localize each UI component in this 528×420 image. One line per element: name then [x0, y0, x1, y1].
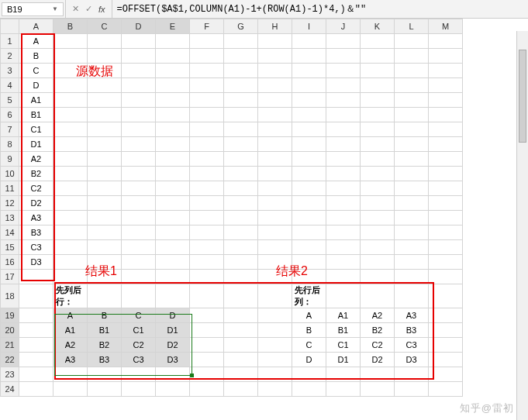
cell[interactable]: C2: [361, 338, 395, 353]
cell[interactable]: B2: [19, 167, 53, 181]
row-header[interactable]: 12: [1, 196, 19, 211]
cell[interactable]: D: [292, 353, 326, 367]
cell[interactable]: B1: [19, 108, 53, 122]
cell[interactable]: 先行后列：: [292, 284, 326, 308]
spreadsheet-grid[interactable]: A B C D E F G H I J K L M 1A 2B 3C 4D 5A…: [0, 19, 463, 397]
row-header[interactable]: 10: [1, 167, 19, 181]
cell[interactable]: A1: [19, 93, 53, 108]
cell[interactable]: C3: [122, 353, 156, 367]
cell[interactable]: B1: [88, 323, 122, 338]
cell[interactable]: C1: [326, 338, 361, 353]
cell[interactable]: B1: [326, 323, 361, 338]
fx-icon[interactable]: fx: [98, 5, 105, 14]
cell[interactable]: D3: [395, 353, 429, 367]
cancel-icon[interactable]: ✕: [72, 4, 79, 14]
cell[interactable]: D1: [19, 137, 53, 152]
row-header[interactable]: 23: [1, 367, 19, 382]
formula-input[interactable]: =OFFSET($A$1,COLUMN(A1)-1+(ROW(A1)-1)*4,…: [112, 1, 528, 17]
row-header[interactable]: 11: [1, 181, 19, 196]
cell[interactable]: B3: [395, 323, 429, 338]
row-header[interactable]: 1: [1, 34, 19, 49]
col-header[interactable]: E: [156, 19, 190, 34]
col-header[interactable]: H: [258, 19, 292, 34]
col-header[interactable]: B: [53, 19, 88, 34]
cell[interactable]: B: [88, 308, 122, 323]
cell[interactable]: A3: [53, 353, 88, 367]
col-header[interactable]: K: [361, 19, 395, 34]
col-header[interactable]: C: [88, 19, 122, 34]
cell[interactable]: C2: [19, 181, 53, 196]
cell[interactable]: D: [156, 308, 190, 323]
cell[interactable]: B2: [361, 323, 395, 338]
formula-bar: B19 ▼ ✕ ✓ fx =OFFSET($A$1,COLUMN(A1)-1+(…: [0, 0, 528, 19]
cell[interactable]: B: [19, 49, 53, 64]
row-header[interactable]: 24: [1, 382, 19, 397]
cell[interactable]: D3: [156, 353, 190, 367]
row-header[interactable]: 6: [1, 108, 19, 122]
name-box-value: B19: [7, 5, 22, 14]
cell[interactable]: D1: [156, 323, 190, 338]
scrollbar-thumb[interactable]: [519, 50, 526, 143]
cell[interactable]: D1: [326, 353, 361, 367]
row-header[interactable]: 8: [1, 137, 19, 152]
col-header[interactable]: D: [122, 19, 156, 34]
row-header[interactable]: 2: [1, 49, 19, 64]
chevron-down-icon[interactable]: ▼: [52, 5, 58, 12]
cell[interactable]: D2: [361, 353, 395, 367]
cell[interactable]: A1: [326, 308, 361, 323]
col-header[interactable]: L: [395, 19, 429, 34]
cell[interactable]: B: [292, 323, 326, 338]
row-header[interactable]: 18: [1, 284, 19, 308]
row-header[interactable]: 3: [1, 64, 19, 78]
cell[interactable]: C1: [122, 323, 156, 338]
row-header[interactable]: 15: [1, 240, 19, 255]
cell[interactable]: A2: [361, 308, 395, 323]
row-header[interactable]: 21: [1, 338, 19, 353]
col-header[interactable]: F: [190, 19, 224, 34]
name-box[interactable]: B19 ▼: [2, 2, 64, 16]
col-header[interactable]: I: [292, 19, 326, 34]
row-header[interactable]: 17: [1, 270, 19, 284]
cell[interactable]: A3: [19, 211, 53, 225]
col-header[interactable]: M: [429, 19, 463, 34]
row-header[interactable]: 16: [1, 255, 19, 270]
row-header[interactable]: 14: [1, 225, 19, 240]
cell[interactable]: A1: [53, 323, 88, 338]
cell[interactable]: C: [19, 64, 53, 78]
cell[interactable]: A: [53, 308, 88, 323]
col-header[interactable]: A: [19, 19, 53, 34]
col-header[interactable]: G: [224, 19, 258, 34]
cell[interactable]: B3: [88, 353, 122, 367]
confirm-icon[interactable]: ✓: [85, 4, 92, 14]
cell[interactable]: 先列后行：: [53, 284, 88, 308]
cell[interactable]: C3: [395, 338, 429, 353]
cell[interactable]: A2: [19, 152, 53, 167]
cell[interactable]: C2: [122, 338, 156, 353]
cell[interactable]: A: [292, 308, 326, 323]
cell[interactable]: B3: [19, 225, 53, 240]
cell[interactable]: C1: [19, 122, 53, 137]
row-header[interactable]: 13: [1, 211, 19, 225]
row-header[interactable]: 7: [1, 122, 19, 137]
cell[interactable]: D: [19, 78, 53, 93]
cell[interactable]: D3: [19, 255, 53, 270]
cell[interactable]: D2: [19, 196, 53, 211]
row-header[interactable]: 4: [1, 78, 19, 93]
cell[interactable]: C: [292, 338, 326, 353]
cell[interactable]: C: [122, 308, 156, 323]
cell[interactable]: A3: [395, 308, 429, 323]
cell[interactable]: A: [19, 34, 53, 49]
row-header[interactable]: 19: [1, 308, 19, 323]
cell[interactable]: B2: [88, 338, 122, 353]
select-all-corner[interactable]: [1, 19, 19, 34]
row-header[interactable]: 5: [1, 93, 19, 108]
cell[interactable]: C3: [19, 240, 53, 255]
cell[interactable]: A2: [53, 338, 88, 353]
vertical-scrollbar[interactable]: [516, 31, 528, 420]
cell[interactable]: D2: [156, 338, 190, 353]
col-header[interactable]: J: [326, 19, 361, 34]
row-header[interactable]: 22: [1, 353, 19, 367]
row-header[interactable]: 20: [1, 323, 19, 338]
row-header[interactable]: 9: [1, 152, 19, 167]
formula-icons: ✕ ✓ fx: [65, 0, 112, 18]
